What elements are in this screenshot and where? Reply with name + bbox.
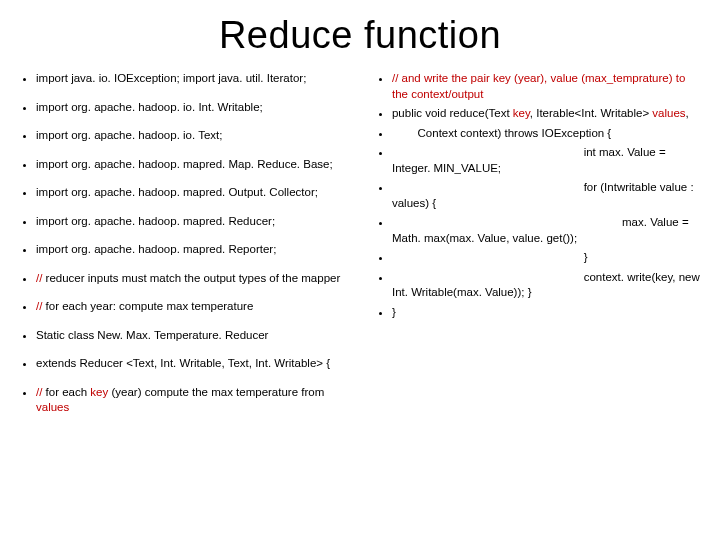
bullet-item: // for each key (year) compute the max t… [36, 385, 356, 416]
bullet-item: import org. apache. hadoop. io. Text; [36, 128, 356, 144]
slide-title: Reduce function [18, 14, 702, 57]
text-segment: public void reduce(Text [392, 107, 513, 119]
text-segment: // [36, 272, 46, 284]
content-columns: import java. io. IOException; import jav… [18, 71, 702, 429]
bullet-item: // reducer inputs must match the output … [36, 271, 356, 287]
bullet-item: } [392, 305, 702, 321]
bullet-item: context. write(key, new Int. Writable(ma… [392, 270, 702, 301]
text-segment: // [36, 300, 46, 312]
bullet-item: // and write the pair key (year), value … [392, 71, 702, 102]
text-segment: max. Value = Math. max(max. Value, value… [392, 216, 689, 244]
text-segment: import java. io. IOException; import jav… [36, 72, 306, 84]
text-segment: values [652, 107, 685, 119]
text-segment: reducer inputs must match the output typ… [46, 272, 341, 284]
right-bullet-list: // and write the pair key (year), value … [374, 71, 702, 320]
text-segment: import org. apache. hadoop. mapred. Map.… [36, 158, 333, 170]
left-column: import java. io. IOException; import jav… [18, 71, 356, 429]
text-segment: , Iterable<Int. Writable> [530, 107, 653, 119]
left-bullet-list: import java. io. IOException; import jav… [18, 71, 356, 416]
text-segment: import org. apache. hadoop. io. Int. Wri… [36, 101, 263, 113]
text-segment: // [392, 72, 402, 84]
text-segment: } [392, 251, 588, 263]
text-segment: key [90, 386, 108, 398]
bullet-item: extends Reducer <Text, Int. Writable, Te… [36, 356, 356, 372]
bullet-item: import org. apache. hadoop. mapred. Outp… [36, 185, 356, 201]
bullet-item: // for each year: compute max temperatur… [36, 299, 356, 315]
text-segment: Context context) throws IOException { [392, 127, 611, 139]
bullet-item: } [392, 250, 702, 266]
right-column: // and write the pair key (year), value … [374, 71, 702, 429]
text-segment: for (Intwritable value : values) { [392, 181, 694, 209]
text-segment: (year) compute the max temperature from [108, 386, 324, 398]
bullet-item: import org. apache. hadoop. mapred. Repo… [36, 242, 356, 258]
text-segment: key [513, 107, 530, 119]
slide: Reduce function import java. io. IOExcep… [0, 0, 720, 540]
bullet-item: import org. apache. hadoop. mapred. Redu… [36, 214, 356, 230]
text-segment: for each [46, 386, 91, 398]
text-segment: import org. apache. hadoop. mapred. Outp… [36, 186, 318, 198]
text-segment: context. write(key, new Int. Writable(ma… [392, 271, 700, 299]
text-segment: int max. Value = Integer. MIN_VALUE; [392, 146, 666, 174]
bullet-item: for (Intwritable value : values) { [392, 180, 702, 211]
text-segment: } [392, 306, 396, 318]
bullet-item: import java. io. IOException; import jav… [36, 71, 356, 87]
bullet-item: public void reduce(Text key, Iterable<In… [392, 106, 702, 122]
text-segment: import org. apache. hadoop. mapred. Repo… [36, 243, 276, 255]
bullet-item: int max. Value = Integer. MIN_VALUE; [392, 145, 702, 176]
text-segment: and write the pair key (year), value (ma… [392, 72, 685, 100]
bullet-item: Context context) throws IOException { [392, 126, 702, 142]
bullet-item: max. Value = Math. max(max. Value, value… [392, 215, 702, 246]
text-segment: extends Reducer <Text, Int. Writable, Te… [36, 357, 330, 369]
text-segment: , [686, 107, 689, 119]
text-segment: // [36, 386, 46, 398]
bullet-item: import org. apache. hadoop. io. Int. Wri… [36, 100, 356, 116]
text-segment: Static class New. Max. Temperature. Redu… [36, 329, 268, 341]
text-segment: values [36, 401, 69, 413]
bullet-item: import org. apache. hadoop. mapred. Map.… [36, 157, 356, 173]
text-segment: for each year: compute max temperature [46, 300, 254, 312]
text-segment: import org. apache. hadoop. io. Text; [36, 129, 222, 141]
bullet-item: Static class New. Max. Temperature. Redu… [36, 328, 356, 344]
text-segment: import org. apache. hadoop. mapred. Redu… [36, 215, 275, 227]
